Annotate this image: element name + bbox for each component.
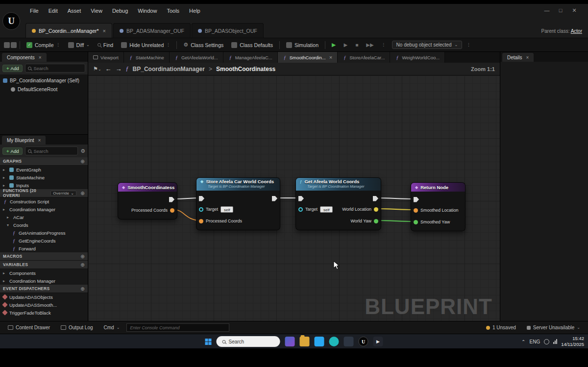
close-icon[interactable]: × <box>526 55 529 60</box>
taskbar-search[interactable]: Search <box>217 336 280 347</box>
menu-view[interactable]: View <box>86 6 107 15</box>
minimize-button[interactable]: — <box>541 7 553 14</box>
processed-coords-input-pin[interactable] <box>199 219 203 223</box>
diff-button[interactable]: Diff ⌄ <box>65 41 93 49</box>
exec-output-pin[interactable] <box>272 196 277 201</box>
processed-coords-output-pin[interactable] <box>170 208 174 213</box>
forward-icon[interactable]: → <box>116 65 122 73</box>
play-button[interactable]: ▶ <box>328 40 339 49</box>
target-value-field[interactable]: self <box>220 206 233 213</box>
toolbar-overflow-button[interactable]: ⋮ <box>463 41 474 49</box>
save-icon[interactable] <box>4 42 10 48</box>
graph-tab-storeafeelacar[interactable]: ƒ StoreAfeelaCar... <box>338 52 390 63</box>
add-blueprint-item-button[interactable]: + Add <box>2 147 23 155</box>
close-icon[interactable]: × <box>38 138 41 143</box>
component-scene-root-item[interactable]: DefaultSceneRoot <box>0 85 88 94</box>
graph-item-statemachine[interactable]: ▸ StateMachine <box>0 173 88 181</box>
console-command-input[interactable] <box>126 323 229 332</box>
graph-tab-smoothcoordin[interactable]: ƒ SmoothCoordin... × <box>278 52 338 63</box>
menu-asset[interactable]: Asset <box>63 6 86 15</box>
variables-section-header[interactable]: VARIABLES ⊕ <box>0 261 88 269</box>
dispatchers-section-header[interactable]: EVENT DISPATCHERS ⊕ <box>0 285 88 293</box>
vscode-icon[interactable] <box>315 337 324 346</box>
override-dropdown[interactable]: Override ⌄ <box>50 191 76 196</box>
component-root-item[interactable]: BP_CoordinationManager (Self) <box>0 76 88 85</box>
function-item-getanimationprogress[interactable]: ƒ GetAnimationProgress <box>0 229 88 237</box>
graphs-section-header[interactable]: GRAPHS ⊕ <box>0 157 88 166</box>
unsaved-status[interactable]: 1 Unsaved <box>482 325 520 330</box>
expander-icon[interactable]: ▸ <box>3 168 7 172</box>
smoothed-location-input-pin[interactable] <box>414 208 418 213</box>
mail-app-icon[interactable] <box>344 337 354 346</box>
my-blueprint-search[interactable] <box>25 147 78 155</box>
exec-output-pin[interactable] <box>169 197 174 202</box>
asset-tab-adasmanager[interactable]: BP_ADASManager_OUF <box>113 23 191 38</box>
graph-tab-viewport[interactable]: Viewport <box>88 52 124 63</box>
blueprint-graph-canvas[interactable]: ◆ SmoothCoordinatess Processed Coords <box>88 75 500 321</box>
node-return[interactable]: ◆ Return Node Smoothed Location <box>411 182 466 231</box>
node-store-afeela-car-world-coords[interactable]: ◆ Store Afeela Car World Coords Target i… <box>196 177 280 230</box>
details-panel-tab[interactable]: Details × <box>502 53 534 62</box>
components-panel-tab[interactable]: Components × <box>2 53 47 62</box>
world-location-output-pin[interactable] <box>374 207 378 212</box>
close-button[interactable]: ✕ <box>568 7 580 14</box>
functions-section-header[interactable]: FUNCTIONS (20 OVERRI Override ⌄ ⊕ <box>0 189 88 197</box>
back-icon[interactable]: ← <box>105 65 112 73</box>
language-indicator[interactable]: ENG <box>529 339 540 344</box>
variable-category-components[interactable]: ▸ Components <box>0 269 88 277</box>
add-component-button[interactable]: + Add <box>2 65 23 72</box>
tray-expand-icon[interactable]: ⌃ <box>521 339 525 344</box>
components-search[interactable] <box>25 64 85 73</box>
dispatcher-item-triggerfadetoblack[interactable]: TriggerFadeToBlack <box>0 309 88 317</box>
unreal-taskbar-icon[interactable]: U <box>359 337 368 346</box>
menu-file[interactable]: File <box>25 6 43 15</box>
tab-close-icon[interactable]: × <box>103 28 106 34</box>
media-player-icon[interactable]: ▶ <box>373 337 383 346</box>
add-function-icon[interactable]: ⊕ <box>80 191 85 196</box>
eject-button[interactable]: ▶▶ <box>363 41 377 49</box>
start-button[interactable] <box>205 339 212 345</box>
exec-input-pin[interactable] <box>199 196 204 201</box>
asset-tab-coordination-manager[interactable]: BP_Coordin...onManager* × <box>25 23 112 38</box>
menu-window[interactable]: Window <box>133 6 161 15</box>
find-button[interactable]: Find <box>94 41 117 49</box>
close-icon[interactable]: × <box>39 55 42 60</box>
expander-icon[interactable]: ▸ <box>7 215 11 220</box>
smoothed-yaw-input-pin[interactable] <box>414 220 418 224</box>
graph-tab-statemachine[interactable]: ƒ StateMachine <box>124 52 170 63</box>
macros-section-header[interactable]: MACROS ⊕ <box>0 252 88 261</box>
target-input-pin[interactable] <box>298 207 303 212</box>
exec-input-pin[interactable] <box>414 197 419 202</box>
dispatcher-item-updateadasobjects[interactable]: UpdateADASObjects <box>0 293 88 301</box>
components-search-input[interactable] <box>33 66 82 71</box>
world-yaw-output-pin[interactable] <box>374 219 378 223</box>
debug-object-dropdown[interactable]: No debug object selected ⌄ <box>392 41 463 49</box>
function-category-coordination-manager[interactable]: ▸ Coordination Manager <box>0 205 88 213</box>
menu-debug[interactable]: Debug <box>108 6 132 15</box>
teal-app-icon[interactable] <box>329 337 339 346</box>
function-item-forward[interactable]: ƒ Forward <box>0 245 88 252</box>
class-settings-button[interactable]: ⚙ Class Settings <box>180 40 227 49</box>
graph-tab-weighworldcoo[interactable]: ƒ WeighWorldCoo... <box>390 52 445 63</box>
file-explorer-icon[interactable] <box>300 337 310 346</box>
browse-icon[interactable] <box>11 42 17 48</box>
close-icon[interactable]: × <box>329 54 332 60</box>
gear-icon[interactable]: ⚙ <box>80 148 85 154</box>
target-value-field[interactable]: self <box>320 206 333 213</box>
add-variable-icon[interactable]: ⊕ <box>80 262 85 268</box>
compile-options-icon[interactable]: ⋮ <box>56 43 60 47</box>
function-item-construction-script[interactable]: ƒ Construction Script <box>0 197 88 205</box>
my-blueprint-panel-tab[interactable]: My Blueprint × <box>2 136 46 145</box>
simulation-button[interactable]: Simulation <box>283 41 322 49</box>
clock[interactable]: 15:42 14/11/2025 <box>561 336 584 347</box>
play-options-button[interactable]: ⋮ <box>378 41 389 49</box>
add-dispatcher-icon[interactable]: ⊕ <box>80 286 85 292</box>
expander-icon[interactable]: ▸ <box>3 175 7 180</box>
stop-button[interactable]: ■ <box>352 41 362 49</box>
compile-button[interactable]: ✓ Compile ⋮ <box>23 41 64 49</box>
exec-output-pin[interactable] <box>373 196 378 201</box>
expander-icon[interactable]: ▸ <box>3 207 7 212</box>
expander-icon[interactable]: ▸ <box>3 271 7 275</box>
menu-edit[interactable]: Edit <box>44 6 62 15</box>
photos-app-icon[interactable] <box>285 337 295 346</box>
